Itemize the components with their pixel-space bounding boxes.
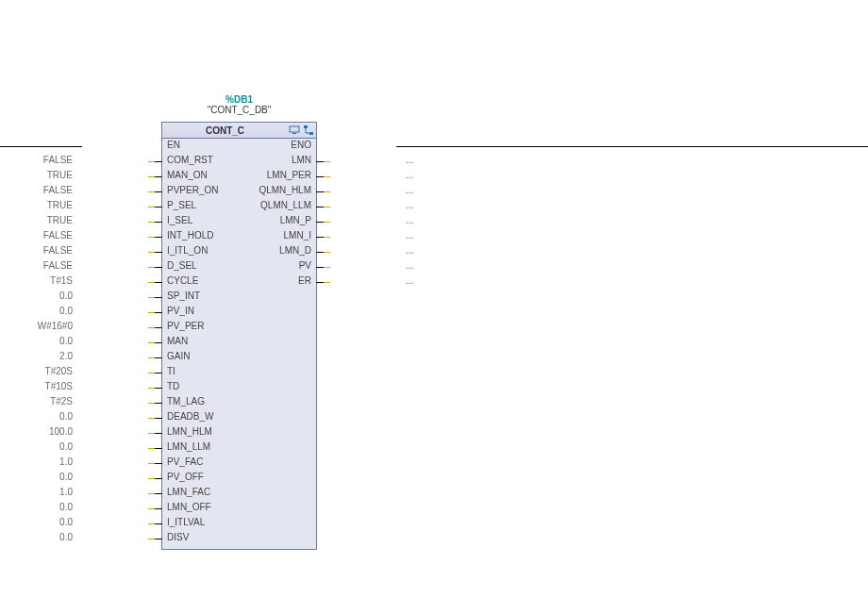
pin-wire xyxy=(324,237,330,238)
input-value: 0.0 xyxy=(59,411,73,422)
input-pin-disv: DISV0.0 xyxy=(162,531,238,546)
pin-row: SP_INT0.0 xyxy=(162,290,316,305)
pin-wire xyxy=(148,267,155,268)
pin-stub xyxy=(316,191,324,192)
output-label: QLMN_HLM xyxy=(259,185,311,195)
output-pin-lmn_p: LMN_P... xyxy=(241,214,316,229)
output-pin-lmn_d: LMN_D... xyxy=(241,244,316,259)
output-pin-qlmn_hlm: QLMN_HLM... xyxy=(241,184,316,199)
output-value: ... xyxy=(406,230,413,241)
input-label: MAN xyxy=(167,336,188,346)
pin-stub xyxy=(155,523,162,524)
pin-wire xyxy=(324,267,330,268)
structure-icon[interactable] xyxy=(302,124,315,137)
output-label: LMN_PER xyxy=(267,170,311,180)
block-title-bar: CONT_C xyxy=(161,122,317,139)
input-pin-pv_fac: PV_FAC1.0 xyxy=(162,456,238,471)
input-pin-deadb_w: DEADB_W0.0 xyxy=(162,410,238,425)
pin-stub xyxy=(155,252,162,253)
input-label: SP_INT xyxy=(167,290,200,301)
pin-wire xyxy=(148,403,155,404)
pin-stub xyxy=(316,237,324,238)
pin-wire xyxy=(148,297,155,298)
input-pin-ti: TIT#20S xyxy=(162,365,238,380)
pin-row: PVPER_ONFALSEQLMN_HLM... xyxy=(162,184,316,199)
input-pin-i_itlval: I_ITLVAL0.0 xyxy=(162,516,238,531)
pin-row: PV_PERW#16#0 xyxy=(162,320,316,335)
pin-wire xyxy=(148,478,155,479)
output-label: LMN_D xyxy=(279,245,311,256)
pin-row: LMN_OFF0.0 xyxy=(162,501,316,516)
pin-wire xyxy=(324,191,330,192)
input-pin-sp_int: SP_INT0.0 xyxy=(162,290,238,305)
pin-wire xyxy=(148,327,155,328)
input-value: T#2S xyxy=(50,396,73,407)
input-pin-lmn_llm: LMN_LLM0.0 xyxy=(162,440,238,456)
pin-row: LMN_LLM0.0 xyxy=(162,440,316,456)
pin-row: DEADB_W0.0 xyxy=(162,410,316,425)
pin-stub xyxy=(316,222,324,223)
pin-row: I_ITL_ONFALSELMN_D... xyxy=(162,244,316,259)
pin-wire xyxy=(148,252,155,253)
pin-stub xyxy=(155,342,162,343)
output-pin-qlmn_llm: QLMN_LLM... xyxy=(241,199,316,214)
input-pin-com_rst: COM_RSTFALSE xyxy=(162,154,238,169)
pin-wire xyxy=(148,493,155,494)
output-value: ... xyxy=(406,170,413,180)
input-label: INT_HOLD xyxy=(167,230,213,241)
output-value: ... xyxy=(406,260,413,271)
pin-stub xyxy=(316,282,324,283)
input-pin-pv_off: PV_OFF0.0 xyxy=(162,471,238,486)
pin-row: I_SELTRUELMN_P... xyxy=(162,214,316,229)
pin-wire xyxy=(148,282,155,283)
power-rail-in xyxy=(0,146,82,147)
output-value: ... xyxy=(406,275,413,286)
input-label: EN xyxy=(167,140,180,150)
pin-stub xyxy=(155,176,162,177)
input-value: T#20S xyxy=(45,366,73,376)
pin-wire xyxy=(148,237,155,238)
pin-row: D_SELFALSEPV... xyxy=(162,259,316,274)
pin-row: LMN_FAC1.0 xyxy=(162,486,316,501)
pin-wire xyxy=(148,539,155,539)
pin-row: MAN_ONTRUELMN_PER... xyxy=(162,169,316,184)
output-pin-pv: PV... xyxy=(241,259,316,274)
svg-rect-1 xyxy=(292,133,296,134)
pin-stub xyxy=(155,222,162,223)
input-pin-man_on: MAN_ONTRUE xyxy=(162,169,238,184)
input-pin-lmn_fac: LMN_FAC1.0 xyxy=(162,486,238,501)
pin-wire xyxy=(148,176,155,177)
input-label: COM_RST xyxy=(167,155,213,165)
input-label: PVPER_ON xyxy=(167,185,218,195)
input-label: LMN_LLM xyxy=(167,441,210,452)
input-pin-p_sel: P_SELTRUE xyxy=(162,199,238,214)
pin-stub xyxy=(155,207,162,207)
block-type-name: CONT_C xyxy=(162,125,288,136)
input-pin-d_sel: D_SELFALSE xyxy=(162,259,238,274)
pin-wire xyxy=(148,222,155,223)
output-label: LMN_I xyxy=(284,230,311,241)
svg-rect-0 xyxy=(290,126,299,132)
monitor-icon[interactable] xyxy=(288,124,301,137)
input-value: TRUE xyxy=(47,170,73,180)
input-value: FALSE xyxy=(43,245,73,256)
output-value: ... xyxy=(406,155,413,165)
input-value: 0.0 xyxy=(59,502,73,512)
pin-row: DISV0.0 xyxy=(162,531,316,546)
input-label: P_SEL xyxy=(167,200,196,210)
pin-wire xyxy=(148,523,155,524)
input-label: TM_LAG xyxy=(167,396,205,407)
input-pin-pv_in: PV_IN0.0 xyxy=(162,305,238,320)
pin-stub xyxy=(155,463,162,464)
output-pin-er: ER... xyxy=(241,274,316,290)
pin-stub xyxy=(155,403,162,404)
input-value: FALSE xyxy=(43,260,73,271)
pin-stub xyxy=(155,312,162,313)
plc-block-diagram: %DB1 "CONT_C_DB" CONT_C ENENOCOM_RSTFALS… xyxy=(0,0,868,614)
pin-stub xyxy=(155,373,162,373)
pin-row: I_ITLVAL0.0 xyxy=(162,516,316,531)
pin-wire xyxy=(148,357,155,358)
input-label: LMN_FAC xyxy=(167,487,210,497)
input-value: 100.0 xyxy=(49,426,73,437)
input-value: 2.0 xyxy=(59,351,73,361)
